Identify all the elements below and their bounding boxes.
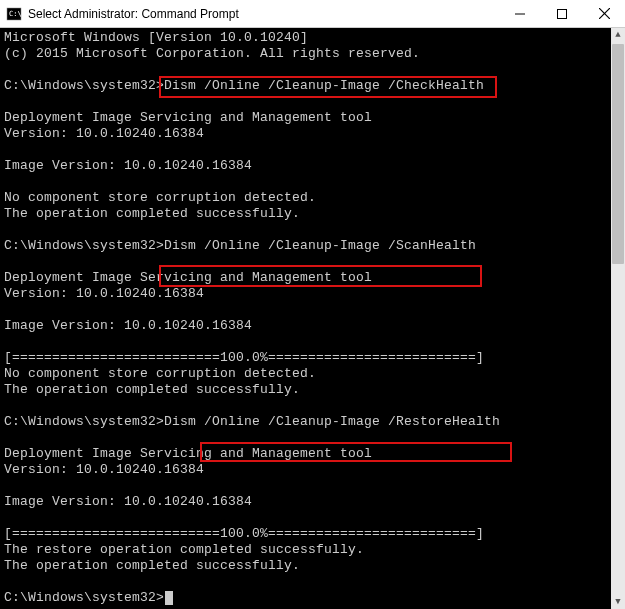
- terminal-output[interactable]: Microsoft Windows [Version 10.0.10240] (…: [0, 28, 611, 609]
- text-line: Deployment Image Servicing and Managemen…: [4, 110, 372, 125]
- cursor: [165, 591, 173, 605]
- text-line: [4, 574, 12, 589]
- prompt: C:\Windows\system32>: [4, 590, 164, 605]
- text-line: [4, 478, 12, 493]
- text-line: [4, 174, 12, 189]
- text-line: [4, 62, 12, 77]
- svg-text:C:\: C:\: [9, 10, 22, 18]
- text-line: [==========================100.0%=======…: [4, 350, 484, 365]
- text-line: No component store corruption detected.: [4, 366, 316, 381]
- text-line: [4, 430, 12, 445]
- text-line: Deployment Image Servicing and Managemen…: [4, 446, 372, 461]
- text-line: Image Version: 10.0.10240.16384: [4, 158, 252, 173]
- svg-rect-3: [558, 9, 567, 18]
- text-line: Version: 10.0.10240.16384: [4, 462, 204, 477]
- text-line: Microsoft Windows [Version 10.0.10240]: [4, 30, 308, 45]
- text-line: Image Version: 10.0.10240.16384: [4, 494, 252, 509]
- text-line: Version: 10.0.10240.16384: [4, 286, 204, 301]
- close-button[interactable]: [583, 0, 625, 27]
- text-line: [4, 302, 12, 317]
- text-line: [4, 94, 12, 109]
- text-line: No component store corruption detected.: [4, 190, 316, 205]
- scrollbar-thumb[interactable]: [612, 44, 624, 264]
- prompt: C:\Windows\system32>: [4, 238, 164, 253]
- titlebar: C:\ Select Administrator: Command Prompt: [0, 0, 625, 28]
- text-line: The operation completed successfully.: [4, 206, 300, 221]
- text-line: Image Version: 10.0.10240.16384: [4, 318, 252, 333]
- text-line: [4, 142, 12, 157]
- window-controls: [499, 0, 625, 27]
- command-2: Dism /Online /Cleanup-Image /ScanHealth: [164, 238, 476, 253]
- window-title: Select Administrator: Command Prompt: [28, 7, 499, 21]
- text-line: [4, 334, 12, 349]
- text-line: [4, 254, 12, 269]
- command-3: Dism /Online /Cleanup-Image /RestoreHeal…: [164, 414, 500, 429]
- scrollbar-track[interactable]: ▲ ▼: [611, 28, 625, 609]
- scroll-up-arrow[interactable]: ▲: [611, 28, 625, 42]
- prompt: C:\Windows\system32>: [4, 414, 164, 429]
- text-line: [4, 510, 12, 525]
- text-line: Deployment Image Servicing and Managemen…: [4, 270, 372, 285]
- prompt: C:\Windows\system32>: [4, 78, 164, 93]
- scroll-down-arrow[interactable]: ▼: [611, 595, 625, 609]
- cmd-icon: C:\: [6, 6, 22, 22]
- minimize-button[interactable]: [499, 0, 541, 27]
- text-line: [4, 398, 12, 413]
- text-line: [==========================100.0%=======…: [4, 526, 484, 541]
- terminal-area: Microsoft Windows [Version 10.0.10240] (…: [0, 28, 625, 609]
- text-line: The operation completed successfully.: [4, 382, 300, 397]
- text-line: Version: 10.0.10240.16384: [4, 126, 204, 141]
- maximize-button[interactable]: [541, 0, 583, 27]
- text-line: (c) 2015 Microsoft Corporation. All righ…: [4, 46, 420, 61]
- text-line: [4, 222, 12, 237]
- text-line: The operation completed successfully.: [4, 558, 300, 573]
- command-1: Dism /Online /Cleanup-Image /CheckHealth: [164, 78, 484, 93]
- text-line: The restore operation completed successf…: [4, 542, 364, 557]
